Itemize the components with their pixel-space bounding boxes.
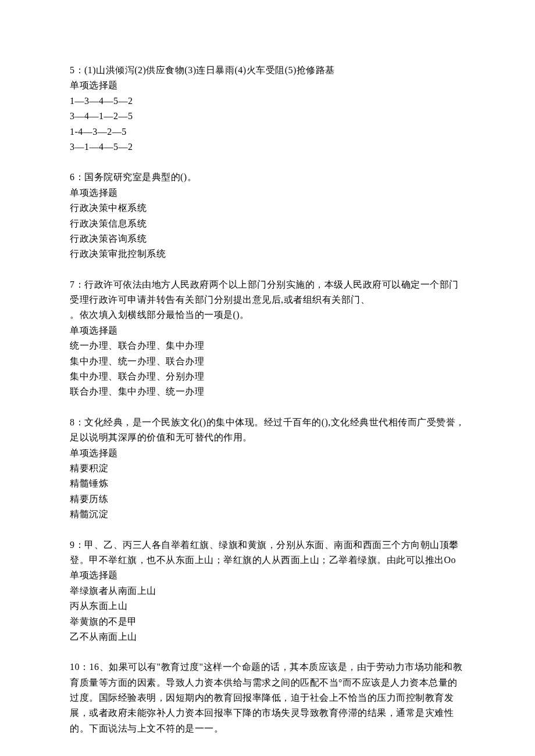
question-option: 举黄旗的不是甲 — [70, 614, 465, 629]
question-type: 单项选择题 — [70, 568, 465, 583]
question-option: 丙从东面上山 — [70, 599, 465, 614]
question-option: 精要积淀 — [70, 461, 465, 476]
question-6: 6：国务院研究室是典型的()。 单项选择题 行政决策中枢系统 行政决策信息系统 … — [70, 170, 465, 261]
question-option: 精髓锤炼 — [70, 476, 465, 491]
question-10: 10：16、如果可以有"教育过度"这样一个命题的话，其本质应该是，由于劳动力市场… — [70, 660, 465, 736]
question-type: 单项选择题 — [70, 78, 465, 93]
question-option: 统一办理、联合办理、集中办理 — [70, 338, 465, 353]
question-7: 7：行政许可依法由地方人民政府两个以上部门分别实施的，本级人民政府可以确定一个部… — [70, 277, 465, 400]
question-text: 9：甲、乙、丙三人各自举着红旗、绿旗和黄旗，分别从东面、南面和西面三个方向朝山顶… — [70, 538, 465, 568]
question-text: 5：(1)山洪倾泻(2)供应食物(3)连日暴雨(4)火车受阻(5)抢修路基 — [70, 63, 465, 78]
question-option: 集中办理、联合办理、分别办理 — [70, 369, 465, 384]
question-option: 1-4—3—2—5 — [70, 124, 465, 139]
question-option: 3—1—4—5—2 — [70, 139, 465, 155]
question-option: 精要历练 — [70, 492, 465, 507]
question-option: 行政决策信息系统 — [70, 216, 465, 231]
question-option: 集中办理、统一办理、联合办理 — [70, 354, 465, 369]
question-8: 8：文化经典，是一个民族文化()的集中体现。经过千百年的(),文化经典世代相传而… — [70, 415, 465, 522]
question-option: 联合办理、集中办理、统一办理 — [70, 384, 465, 399]
question-option: 乙不从南面上山 — [70, 629, 465, 644]
question-type: 单项选择题 — [70, 323, 465, 338]
question-option: 行政决策审批控制系统 — [70, 246, 465, 261]
question-type: 单项选择题 — [70, 446, 465, 461]
question-option: 3—4—1—2—5 — [70, 109, 465, 124]
question-text: 6：国务院研究室是典型的()。 — [70, 170, 465, 185]
question-option: 行政决策咨询系统 — [70, 231, 465, 246]
question-option: 精髓沉淀 — [70, 507, 465, 522]
document-page: 5：(1)山洪倾泻(2)供应食物(3)连日暴雨(4)火车受阻(5)抢修路基 单项… — [0, 0, 535, 756]
question-text: 10：16、如果可以有"教育过度"这样一个命题的话，其本质应该是，由于劳动力市场… — [70, 660, 465, 736]
question-text: 8：文化经典，是一个民族文化()的集中体现。经过千百年的(),文化经典世代相传而… — [70, 415, 465, 446]
question-type: 单项选择题 — [70, 185, 465, 200]
question-option: 1—3—4—5—2 — [70, 94, 465, 109]
question-option: 举绿旗者从南面上山 — [70, 583, 465, 599]
question-5: 5：(1)山洪倾泻(2)供应食物(3)连日暴雨(4)火车受阻(5)抢修路基 单项… — [70, 63, 465, 155]
question-text: 7：行政许可依法由地方人民政府两个以上部门分别实施的，本级人民政府可以确定一个部… — [70, 277, 465, 308]
question-9: 9：甲、乙、丙三人各自举着红旗、绿旗和黄旗，分别从东面、南面和西面三个方向朝山顶… — [70, 538, 465, 645]
question-text-cont: 。依次填入划横线部分最恰当的一项是()。 — [70, 307, 465, 323]
question-option: 行政决策中枢系统 — [70, 200, 465, 216]
